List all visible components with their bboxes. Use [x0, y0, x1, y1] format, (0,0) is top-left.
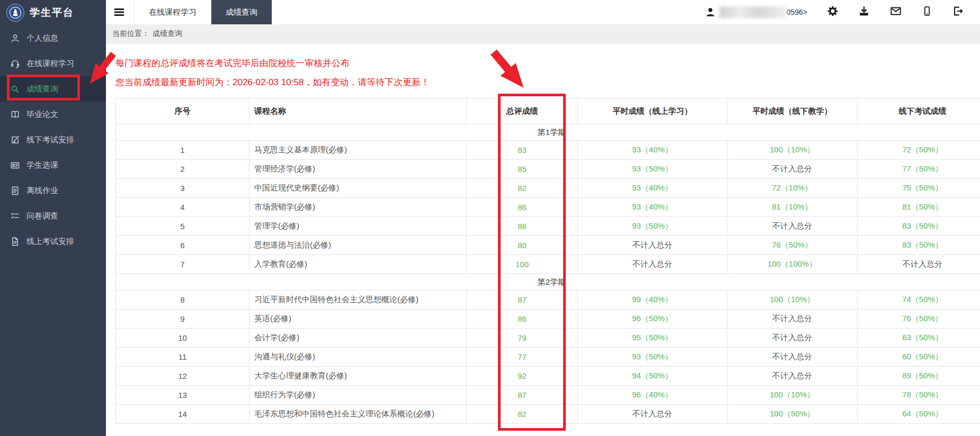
course-name: 马克思主义基本原理(必修)	[250, 141, 467, 160]
online-study-score: 不计入总分	[578, 255, 727, 274]
tab-2[interactable]: 成绩查询	[211, 0, 272, 24]
course-name: 入学教育(必修)	[250, 255, 467, 274]
online-study-score: 93（40%）	[578, 141, 727, 160]
semester-row: 第2学期	[116, 274, 980, 290]
breadcrumb-prefix: 当前位置：	[112, 29, 149, 39]
sidebar-item-label: 在线课程学习	[26, 59, 74, 69]
logout-button[interactable]	[952, 5, 964, 19]
course-index: 13	[116, 386, 250, 405]
offline-teaching-score: 不计入总分	[727, 160, 858, 179]
course-row: 10会计学(必修)7995（50%）不计入总分63（50%）	[116, 329, 980, 348]
course-row: 11沟通与礼仪(必修)7793（50%）不计入总分60（50%）	[116, 348, 980, 367]
offline-exam-score: 83（50%）	[858, 236, 980, 255]
offline-teaching-score: 100（10%）	[727, 290, 858, 310]
online-study-score: 99（40%）	[578, 290, 727, 310]
course-index: 11	[116, 348, 250, 367]
course-name: 毛泽东思想和中国特色社会主义理论体系概论(必修)	[250, 405, 467, 424]
sidebar-nav: 个人信息在线课程学习成绩查询毕业论文线下考试安排学生选课离线作业问卷调查线上考试…	[0, 25, 106, 254]
hamburger-menu-button[interactable]	[106, 0, 135, 24]
sidebar-item-label: 个人信息	[26, 33, 58, 43]
course-name: 沟通与礼仪(必修)	[250, 348, 467, 367]
document-icon	[10, 186, 20, 196]
download-button[interactable]	[858, 5, 870, 19]
sidebar-item-3[interactable]: 成绩查询	[0, 76, 106, 102]
course-name: 中国近现代史纲要(必修)	[250, 179, 467, 198]
total-score: 85	[467, 160, 578, 179]
sidebar-item-label: 成绩查询	[26, 84, 58, 94]
search-icon	[10, 84, 20, 94]
course-row: 7入学教育(必修)100不计入总分100（100%）不计入总分	[116, 255, 980, 274]
gear-button[interactable]	[827, 5, 839, 19]
offline-teaching-score: 不计入总分	[727, 310, 858, 329]
offline-teaching-score: 不计入总分	[727, 329, 858, 348]
course-index: 2	[116, 160, 250, 179]
mail-button[interactable]	[889, 5, 902, 19]
offline-exam-score: 63（50%）	[858, 329, 980, 348]
offline-exam-score: 64（50%）	[858, 405, 980, 424]
course-row: 12大学生心理健康教育(必修)9294（50%）不计入总分89（50%）	[116, 367, 980, 386]
offline-exam-score: 81（50%）	[858, 198, 980, 217]
total-score: 87	[467, 386, 578, 405]
phone-button[interactable]	[922, 5, 932, 19]
total-score: 86	[467, 198, 578, 217]
semester-label: 第2学期	[116, 274, 980, 290]
online-study-score: 96（50%）	[578, 310, 727, 329]
total-score: 83	[467, 141, 578, 160]
course-row: 5管理学(必修)8893（50%）不计入总分83（50%）	[116, 217, 980, 236]
topbar-right: 0596>	[705, 0, 980, 24]
idcard-icon	[10, 160, 20, 170]
sidebar-item-6[interactable]: 学生选课	[0, 152, 106, 178]
offline-exam-score: 77（50%）	[858, 160, 980, 179]
user-icon	[10, 33, 20, 43]
offline-teaching-score: 100（50%）	[727, 405, 858, 424]
notice-update-time: 您当前成绩最新更新时间为：2026-02-03 10:58，如有变动，请等待下次…	[115, 76, 430, 88]
topbar-icon-buttons	[827, 5, 964, 19]
tab-1[interactable]: 在线课程学习	[135, 0, 211, 24]
online-study-score: 93（40%）	[578, 198, 727, 217]
offline-exam-score: 72（50%）	[858, 141, 980, 160]
sidebar-item-4[interactable]: 毕业论文	[0, 102, 106, 127]
sidebar-header: 学生平台	[0, 0, 106, 25]
offline-exam-score: 78（50%）	[858, 386, 980, 405]
course-index: 1	[116, 141, 250, 160]
exam-icon	[10, 237, 20, 247]
edit-icon	[10, 135, 20, 145]
offline-exam-score: 不计入总分	[858, 255, 980, 274]
breadcrumb-current: 成绩查询	[153, 29, 182, 39]
topbar-tabs: 在线课程学习成绩查询	[135, 0, 272, 24]
sidebar-item-2[interactable]: 在线课程学习	[0, 51, 106, 76]
sidebar-item-9[interactable]: 线上考试安排	[0, 229, 106, 254]
username-suffix: 0596>	[787, 8, 807, 16]
semester-row: 第1学期	[116, 124, 980, 141]
offline-teaching-score: 不计入总分	[727, 348, 858, 367]
offline-teaching-score: 100（10%）	[727, 386, 858, 405]
course-name: 会计学(必修)	[250, 329, 467, 348]
course-row: 14毛泽东思想和中国特色社会主义理论体系概论(必修)82不计入总分100（50%…	[116, 405, 980, 424]
offline-teaching-score: 不计入总分	[727, 367, 858, 386]
sidebar-item-label: 线下考试安排	[26, 135, 74, 145]
course-row: 2管理经济学(必修)8593（50%）不计入总分77（50%）	[116, 160, 980, 179]
course-name: 组织行为学(必修)	[250, 386, 467, 405]
semester-label: 第1学期	[116, 124, 980, 141]
sidebar-item-5[interactable]: 线下考试安排	[0, 127, 106, 152]
sidebar-item-8[interactable]: 问卷调查	[0, 203, 106, 229]
offline-teaching-score: 100（100%）	[727, 255, 858, 274]
column-header-2: 课程名称	[250, 98, 467, 124]
annotation-arrow-to-total-column	[485, 45, 531, 94]
course-row: 9英语(必修)8696（50%）不计入总分76（50%）	[116, 310, 980, 329]
course-name: 大学生心理健康教育(必修)	[250, 367, 467, 386]
course-index: 9	[116, 310, 250, 329]
course-name: 管理学(必修)	[250, 217, 467, 236]
online-study-score: 93（50%）	[578, 348, 727, 367]
sidebar-item-1[interactable]: 个人信息	[0, 25, 106, 51]
total-score: 100	[467, 255, 578, 274]
app-title: 学生平台	[30, 6, 74, 20]
sidebar-item-7[interactable]: 离线作业	[0, 178, 106, 203]
sidebar-item-label: 线上考试安排	[26, 237, 74, 247]
offline-exam-score: 89（50%）	[858, 367, 980, 386]
total-score: 88	[467, 217, 578, 236]
total-score: 80	[467, 236, 578, 255]
user-menu[interactable]: 0596>	[705, 6, 807, 18]
column-header-4: 平时成绩（线上学习）	[578, 98, 727, 124]
user-icon	[705, 6, 716, 18]
